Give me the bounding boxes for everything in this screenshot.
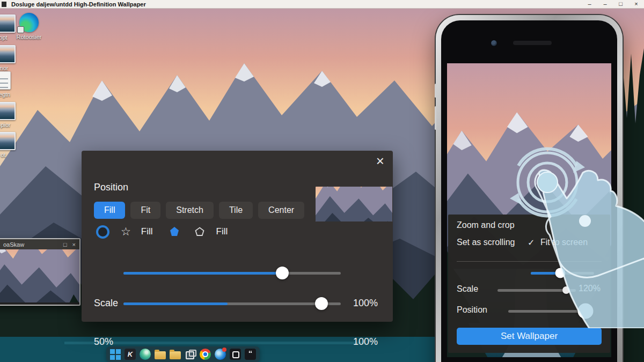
quotes-icon[interactable]: “ [245,349,256,360]
center-mode-button[interactable]: Center [258,202,304,219]
task-view-icon[interactable] [185,349,196,360]
position-label: Position [457,305,487,315]
stretch-mode-button[interactable]: Stretch [166,202,214,219]
set-as-scrolling-option[interactable]: Set as scrolling [457,238,515,247]
document-file-icon [0,71,11,90]
desktop-icon-rotoosier[interactable]: Rotoosier [12,13,46,40]
maximize-icon[interactable]: □ [63,241,67,248]
scale-value: 120% [579,284,601,293]
star-outline-icon[interactable]: ☆ [121,225,131,238]
phone-side-button [435,84,436,98]
image-file-icon [0,102,16,120]
fill-option-label: Fill [141,226,153,237]
scale-slider[interactable] [123,297,341,311]
position-section-label: Position [94,182,128,193]
taskbar: K “ [106,346,260,362]
slider-fill [123,302,228,305]
close-icon[interactable]: × [628,0,644,8]
phone-position-slider[interactable] [508,304,588,318]
desktop-icon-kegtn[interactable]: kegtn [0,71,20,98]
style-options-row: ☆ Fill Fill [96,225,228,239]
desktop-icon-topior[interactable]: topior [0,102,20,128]
k-app-icon[interactable]: K [125,349,136,360]
pentagon-outline-icon[interactable] [194,226,205,237]
slider2-left-label: Scale [94,298,118,309]
slider1-right-label: 100% [353,336,378,348]
slider-fill [123,272,282,275]
set-wallpaper-button[interactable]: Set Wallpaper [457,328,602,345]
phone-mockup: Zoom and crop Set as scrolling ✓ Fit to … [436,15,623,362]
window-controls: – – □ × [582,0,644,8]
browser-swirl-icon[interactable] [140,349,151,360]
desktop-icon-mor[interactable]: mor [0,45,20,71]
fit-to-screen-option[interactable]: Fit to screen [540,238,588,247]
preview-window: oaSkaw □ × [0,238,80,306]
browser-swirl-icon [19,13,39,32]
chrome-icon[interactable] [200,349,211,360]
scale-label: Scale [457,284,478,294]
check-icon: ✓ [528,238,535,248]
phone-scale-slider[interactable] [497,283,576,297]
image-file-icon [0,45,16,63]
desktop-icon-label: ot [1,152,5,158]
slider1-left-label: 50% [94,336,113,348]
phone-settings-panel: Zoom and crop Set as scrolling ✓ Fit to … [448,215,610,353]
desktop-icon-label: kegtn [0,91,10,98]
close-icon[interactable]: × [376,153,384,169]
radio-ring-icon[interactable] [96,225,109,239]
app-icon [2,2,6,7]
terminal-icon[interactable] [230,349,241,360]
phone-screen: Zoom and crop Set as scrolling ✓ Fit to … [447,63,611,357]
folder-icon[interactable] [170,351,181,359]
slider-thumb[interactable] [555,268,566,278]
preview-window-title: oaSkaw [3,241,24,248]
minimize-icon[interactable]: – [582,0,597,8]
zoom-slider[interactable] [531,266,594,280]
opacity-slider[interactable] [123,266,341,280]
slider-thumb[interactable] [276,267,289,279]
minimize-icon[interactable]: – [597,0,613,8]
zoom-and-crop-label: Zoom and crop [457,220,515,230]
phone-side-button [435,106,436,130]
fill-mode-button[interactable]: Fill [94,202,125,219]
fit-mode-button[interactable]: Fit [130,202,160,219]
image-file-icon [0,132,16,150]
edge-icon[interactable] [215,349,226,360]
desktop-icon-ot[interactable]: ot [0,132,20,158]
phone-speaker [513,41,552,45]
wallpaper-thumbnail [316,187,392,221]
phone-body: Zoom and crop Set as scrolling ✓ Fit to … [441,20,617,362]
desktop-icon-label: opt [0,34,8,41]
divider [457,261,602,262]
desktop-icon-label: topior [0,122,11,128]
maximize-icon[interactable]: □ [613,0,628,8]
folder-icon[interactable] [155,351,166,359]
phone-camera-icon [491,40,497,47]
tile-mode-button[interactable]: Tile [219,202,253,219]
wallpaper-settings-dialog: × Position Fill Fit Stretch Tile Center … [82,151,393,322]
close-icon[interactable]: × [72,241,76,248]
preview-window-titlebar[interactable]: oaSkaw □ × [0,239,79,249]
desktop-icon-label: Rotoosier [16,34,41,40]
start-icon[interactable] [110,349,121,360]
slider2-right-label: 100% [353,298,378,309]
window-titlebar: Dosluge daljew/untdd High-Definition Wal… [0,0,644,9]
preview-window-image [0,249,79,302]
pentagon-filled-icon[interactable] [169,226,180,238]
window-title: Dosluge daljew/untdd High-Definition Wal… [11,1,146,8]
slider-thumb[interactable] [577,304,593,319]
slider-thumb[interactable] [562,286,570,294]
fill-option-label: Fill [216,226,228,237]
desktop-icon-label: mor [0,65,8,71]
fit-mode-buttons: Fill Fit Stretch Tile Center [94,202,304,219]
slider-track[interactable] [508,310,588,313]
slider-thumb[interactable] [315,297,328,310]
